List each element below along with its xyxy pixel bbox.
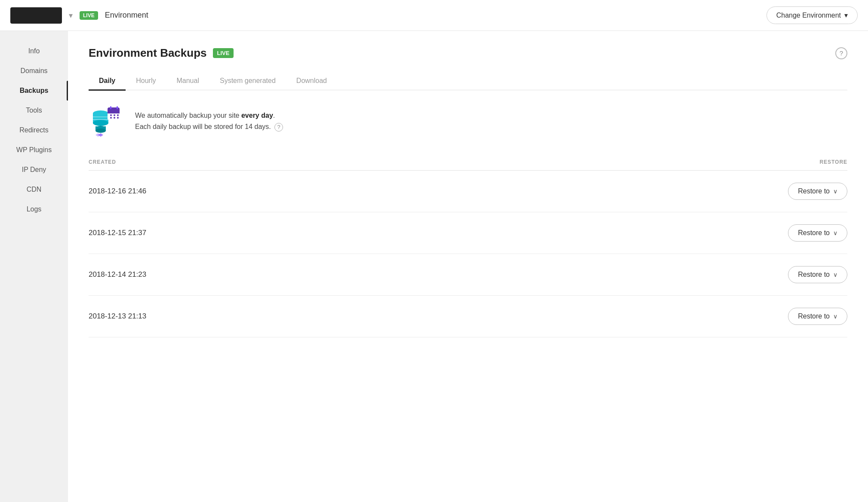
- backup-restore-cell: Restore to∨: [463, 296, 847, 337]
- svg-point-14: [114, 114, 115, 116]
- table-header-row: CREATED RESTORE: [89, 154, 847, 171]
- topbar-chevron-icon[interactable]: ▾: [69, 11, 73, 20]
- topbar-logo: [10, 7, 62, 24]
- sidebar-item-cdn[interactable]: CDN: [0, 180, 68, 199]
- svg-point-2: [93, 120, 108, 126]
- sidebar-item-ip-deny[interactable]: IP Deny: [0, 160, 68, 180]
- restore-to-button[interactable]: Restore to∨: [788, 183, 847, 200]
- restore-chevron-icon: ∨: [833, 230, 837, 236]
- info-banner-text: We automatically backup your site every …: [135, 110, 283, 132]
- main-content: Environment Backups LIVE ? Daily Hourly …: [68, 31, 868, 502]
- page-live-badge: LIVE: [213, 48, 234, 58]
- backup-retention-help-icon[interactable]: ?: [274, 123, 283, 132]
- backup-created-date: 2018-12-13 21:13: [89, 296, 463, 337]
- page-header: Environment Backups LIVE ?: [89, 46, 847, 60]
- svg-rect-20: [117, 106, 118, 109]
- sidebar-item-wp-plugins[interactable]: WP Plugins: [0, 140, 68, 160]
- backup-illustration: [89, 104, 123, 138]
- tab-hourly[interactable]: Hourly: [126, 72, 166, 90]
- page-help-icon[interactable]: ?: [835, 47, 847, 59]
- svg-rect-12: [108, 111, 120, 113]
- backup-restore-cell: Restore to∨: [463, 254, 847, 296]
- table-row: 2018-12-14 21:23Restore to∨: [89, 254, 847, 296]
- topbar-live-badge: LIVE: [80, 11, 98, 20]
- backup-restore-cell: Restore to∨: [463, 212, 847, 254]
- sidebar-item-tools[interactable]: Tools: [0, 101, 68, 120]
- restore-chevron-icon: ∨: [833, 188, 837, 195]
- backup-table: CREATED RESTORE 2018-12-16 21:46Restore …: [89, 154, 847, 337]
- tab-download[interactable]: Download: [286, 72, 337, 90]
- svg-point-17: [114, 117, 115, 119]
- change-env-chevron-icon: ▾: [844, 11, 848, 19]
- col-restore-header: RESTORE: [463, 154, 847, 171]
- backup-icon: [89, 104, 123, 138]
- restore-button-label: Restore to: [798, 312, 830, 320]
- restore-to-button[interactable]: Restore to∨: [788, 308, 847, 325]
- restore-to-button[interactable]: Restore to∨: [788, 224, 847, 242]
- restore-button-label: Restore to: [798, 271, 830, 279]
- table-row: 2018-12-13 21:13Restore to∨: [89, 296, 847, 337]
- table-row: 2018-12-16 21:46Restore to∨: [89, 171, 847, 212]
- tab-daily[interactable]: Daily: [89, 72, 126, 90]
- tab-manual[interactable]: Manual: [166, 72, 209, 90]
- col-created-header: CREATED: [89, 154, 463, 171]
- restore-chevron-icon: ∨: [833, 313, 837, 320]
- change-environment-button[interactable]: Change Environment ▾: [766, 6, 858, 24]
- restore-chevron-icon: ∨: [833, 271, 837, 278]
- topbar-environment-label: Environment: [105, 11, 148, 20]
- svg-point-15: [117, 114, 119, 116]
- page-title-area: Environment Backups LIVE: [89, 46, 234, 60]
- svg-point-7: [95, 129, 106, 133]
- svg-point-16: [110, 117, 112, 119]
- backup-created-date: 2018-12-16 21:46: [89, 171, 463, 212]
- tabs-bar: Daily Hourly Manual System generated Dow…: [89, 72, 847, 90]
- sidebar-item-backups[interactable]: Backups: [0, 81, 68, 101]
- backup-created-date: 2018-12-14 21:23: [89, 254, 463, 296]
- sidebar-item-domains[interactable]: Domains: [0, 61, 68, 81]
- tab-system-generated[interactable]: System generated: [209, 72, 286, 90]
- page-layout: Info Domains Backups Tools Redirects WP …: [0, 31, 868, 502]
- sidebar-item-logs[interactable]: Logs: [0, 199, 68, 219]
- svg-rect-19: [110, 106, 111, 109]
- info-banner: We automatically backup your site every …: [89, 104, 847, 138]
- sidebar-item-redirects[interactable]: Redirects: [0, 120, 68, 140]
- sidebar: Info Domains Backups Tools Redirects WP …: [0, 31, 68, 502]
- restore-to-button[interactable]: Restore to∨: [788, 266, 847, 283]
- restore-button-label: Restore to: [798, 229, 830, 237]
- restore-button-label: Restore to: [798, 187, 830, 195]
- svg-point-13: [110, 114, 112, 116]
- topbar: ▾ LIVE Environment Change Environment ▾: [0, 0, 868, 31]
- page-title: Environment Backups: [89, 46, 207, 60]
- backup-created-date: 2018-12-15 21:37: [89, 212, 463, 254]
- table-row: 2018-12-15 21:37Restore to∨: [89, 212, 847, 254]
- svg-point-18: [117, 117, 119, 119]
- backup-restore-cell: Restore to∨: [463, 171, 847, 212]
- sidebar-item-info[interactable]: Info: [0, 41, 68, 61]
